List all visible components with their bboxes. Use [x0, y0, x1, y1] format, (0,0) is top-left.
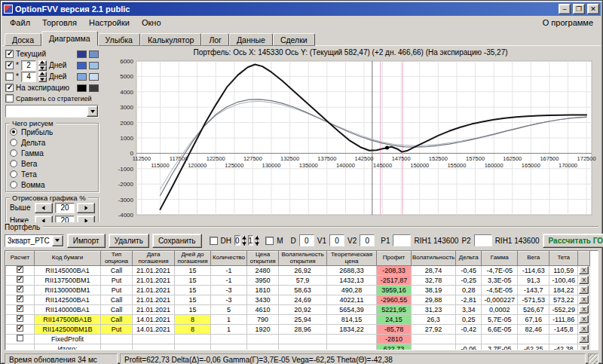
- column-header[interactable]: Гамма: [482, 252, 518, 266]
- status-resize-grip[interactable]: [588, 353, 598, 364]
- column-header[interactable]: Дата погашения: [133, 252, 175, 266]
- draw-option[interactable]: Тета: [10, 169, 95, 179]
- column-header[interactable]: Дельта: [456, 252, 482, 266]
- dropdown-arrow-icon[interactable]: [52, 235, 63, 246]
- increase-icon[interactable]: [77, 216, 95, 223]
- days4-color-swatch-2[interactable]: [89, 73, 99, 81]
- row-select-checkbox[interactable]: [17, 276, 23, 283]
- row-delete-button[interactable]: X: [579, 286, 589, 294]
- dh-checkbox[interactable]: [210, 237, 218, 245]
- column-header[interactable]: [578, 252, 590, 266]
- profit-chart[interactable]: 6000500040003000200010000-1000-2000-3000…: [102, 58, 596, 218]
- decrease-icon[interactable]: [35, 216, 53, 223]
- p2-input[interactable]: [474, 234, 492, 246]
- days2-color-swatch-1[interactable]: [77, 62, 87, 69]
- row-delete-button[interactable]: X: [579, 344, 589, 350]
- column-header[interactable]: Вега: [518, 252, 549, 266]
- days4-color-swatch-1[interactable]: [77, 73, 87, 81]
- menu-item[interactable]: Торговля: [36, 17, 83, 28]
- render-below-value[interactable]: 20: [55, 216, 75, 223]
- tab-item[interactable]: Сделки: [273, 33, 315, 46]
- draw-option[interactable]: Вомма: [10, 179, 95, 190]
- row-select-checkbox[interactable]: [17, 315, 23, 322]
- decrease-icon[interactable]: [35, 203, 53, 213]
- menu-item[interactable]: Файл: [4, 17, 36, 28]
- tab-item[interactable]: Улыбка: [98, 33, 140, 46]
- row-delete-button[interactable]: X: [579, 335, 589, 343]
- column-header[interactable]: Волатильность открытия: [279, 252, 327, 266]
- minimize-button[interactable]: –: [559, 4, 571, 14]
- row-delete-button[interactable]: X: [579, 305, 589, 314]
- v1-input[interactable]: [329, 234, 344, 246]
- v2-input[interactable]: [360, 234, 375, 246]
- save-button[interactable]: Сохранить: [152, 234, 202, 248]
- row-select-checkbox[interactable]: [17, 305, 23, 312]
- increase-icon[interactable]: [77, 203, 95, 213]
- days4-value[interactable]: 4: [21, 72, 36, 82]
- days2-value[interactable]: 2: [21, 60, 36, 71]
- column-header[interactable]: Волатильность: [412, 252, 456, 266]
- draw-option[interactable]: Вега: [10, 158, 95, 169]
- expiration-color-swatch-1[interactable]: [77, 84, 87, 92]
- column-header[interactable]: Профит: [377, 252, 412, 266]
- days2-checkbox[interactable]: [5, 61, 14, 69]
- spin-up-icon[interactable]: [243, 235, 245, 240]
- row-delete-button[interactable]: X: [579, 266, 589, 274]
- column-header[interactable]: Расчет: [6, 252, 35, 266]
- row-delete-button[interactable]: X: [579, 295, 589, 304]
- row-select-checkbox[interactable]: [17, 325, 23, 332]
- spin-up-icon[interactable]: [256, 235, 258, 240]
- maximize-button[interactable]: ❐: [573, 4, 585, 14]
- portfolio-preset-select[interactable]: 3кварт_РТС: [5, 234, 64, 247]
- expiration-color-swatch-2[interactable]: [89, 84, 99, 92]
- column-header[interactable]: Теоретическая цена: [327, 252, 377, 266]
- draw-option[interactable]: Прибыль: [10, 127, 95, 137]
- menu-item-about[interactable]: О программе: [537, 17, 599, 28]
- days2-color-swatch-2[interactable]: [89, 62, 99, 69]
- spin-down-icon[interactable]: [256, 240, 258, 246]
- close-button[interactable]: ✕: [587, 4, 599, 14]
- draw-option[interactable]: Дельта: [10, 137, 95, 148]
- column-header[interactable]: Дней до погашения: [175, 252, 211, 266]
- d-input[interactable]: [299, 234, 314, 246]
- row-delete-button[interactable]: X: [579, 315, 589, 323]
- tab-item[interactable]: Лог: [201, 33, 229, 46]
- dropdown-arrow-icon[interactable]: [87, 106, 98, 117]
- p1-input[interactable]: [393, 234, 411, 246]
- column-header[interactable]: Тета: [549, 252, 578, 266]
- tab-item[interactable]: Доска: [5, 33, 41, 46]
- delete-button[interactable]: Удалить: [109, 234, 149, 248]
- row-select-checkbox[interactable]: [17, 335, 23, 341]
- spin-up-icon[interactable]: [38, 72, 47, 77]
- spin-up-icon[interactable]: [38, 60, 47, 66]
- column-header[interactable]: Тип опциона: [101, 252, 133, 266]
- row-select-checkbox[interactable]: [17, 295, 23, 302]
- dh-value-1[interactable]: 0: [234, 235, 240, 246]
- strategy-select[interactable]: [5, 105, 99, 118]
- menu-item[interactable]: Окно: [136, 17, 167, 28]
- current-color-swatch-2[interactable]: [89, 50, 99, 58]
- import-button[interactable]: Импорт: [67, 234, 106, 248]
- menu-item[interactable]: Настройки: [83, 17, 136, 28]
- current-checkbox[interactable]: [5, 50, 14, 58]
- compare-strategy-checkbox[interactable]: [5, 94, 14, 102]
- dh-value-2[interactable]: 1: [248, 235, 254, 246]
- tab-item[interactable]: Калькулятор: [140, 33, 201, 46]
- row-select-checkbox[interactable]: [17, 286, 23, 292]
- days4-checkbox[interactable]: [5, 72, 14, 81]
- calculate-margin-button[interactable]: Рассчитать ГО: [543, 234, 603, 248]
- m-checkbox[interactable]: [265, 237, 274, 245]
- column-header[interactable]: Код бумаги: [35, 252, 101, 266]
- current-color-swatch-1[interactable]: [77, 50, 87, 58]
- row-select-checkbox[interactable]: [17, 266, 23, 273]
- render-above-value[interactable]: 20: [55, 203, 75, 213]
- column-header[interactable]: Количество: [211, 252, 247, 266]
- spin-down-icon[interactable]: [243, 240, 245, 246]
- column-header[interactable]: Цена открытия: [247, 252, 279, 266]
- tab-item[interactable]: Данные: [229, 33, 273, 46]
- spin-down-icon[interactable]: [38, 77, 47, 82]
- row-delete-button[interactable]: X: [579, 325, 589, 333]
- tab-active[interactable]: Диаграмма: [41, 31, 98, 46]
- row-delete-button[interactable]: X: [579, 276, 589, 284]
- expiration-checkbox[interactable]: [5, 84, 14, 92]
